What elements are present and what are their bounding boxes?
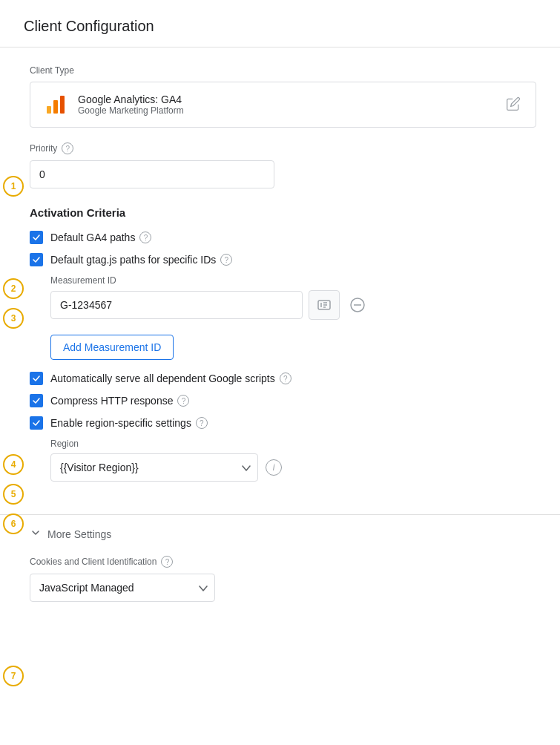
checkbox-auto-serve[interactable] xyxy=(30,372,43,385)
checkbox-gtag-paths[interactable] xyxy=(30,253,43,266)
page-container: 1 2 3 4 5 6 7 Client Configuration Clien… xyxy=(0,0,560,745)
checkbox-region-settings[interactable] xyxy=(30,416,43,430)
measurement-id-label: Measurement ID xyxy=(50,275,536,286)
checkbox-row-1: Default GA4 paths ? xyxy=(30,231,536,244)
auto-serve-help-icon[interactable]: ? xyxy=(280,372,291,384)
cookies-help-icon[interactable]: ? xyxy=(161,556,173,568)
checkbox-gtag-paths-label: Default gtag.js paths for specific IDs ? xyxy=(50,254,232,266)
priority-input[interactable] xyxy=(30,160,274,188)
checkbox-row-2: Default gtag.js paths for specific IDs ? xyxy=(30,253,536,266)
main-content: Client Type Google Analytics: GA4 Google… xyxy=(0,47,560,514)
cookies-dropdown[interactable]: JavaScript Managed xyxy=(30,574,215,602)
region-settings-help-icon[interactable]: ? xyxy=(196,417,208,429)
step-badge-3: 3 xyxy=(3,308,24,329)
priority-section: Priority ? xyxy=(30,142,536,188)
step-badge-2: 2 xyxy=(3,278,24,299)
more-settings-toggle[interactable]: More Settings xyxy=(30,527,536,541)
more-settings-chevron-icon xyxy=(30,527,42,541)
region-label: Region xyxy=(50,439,536,449)
step-badge-7: 7 xyxy=(3,666,24,686)
region-sub-section: Region {{Visitor Region}} i xyxy=(50,439,536,482)
cookies-dropdown-container: JavaScript Managed xyxy=(30,574,215,602)
step-badge-1: 1 xyxy=(3,176,24,197)
ga4-icon xyxy=(42,91,69,118)
region-info-icon[interactable]: i xyxy=(266,459,282,476)
region-dropdown[interactable]: {{Visitor Region}} xyxy=(50,453,258,482)
client-type-info: Google Analytics: GA4 Google Marketing P… xyxy=(78,93,184,116)
page-title: Client Configuration xyxy=(24,18,536,35)
measurement-input-row xyxy=(50,290,536,320)
checkbox-row-5: Enable region-specific settings ? xyxy=(30,416,536,430)
more-settings-title: More Settings xyxy=(47,528,111,540)
header: Client Configuration xyxy=(0,0,560,47)
remove-measurement-id-button[interactable] xyxy=(346,293,369,317)
step-badge-4: 4 xyxy=(3,454,24,475)
ga4-paths-help-icon[interactable]: ? xyxy=(139,232,151,243)
checkbox-row-4: Compress HTTP response ? xyxy=(30,394,536,407)
compress-help-icon[interactable]: ? xyxy=(177,395,189,407)
checkbox-row-3: Automatically serve all dependent Google… xyxy=(30,372,536,385)
region-dropdown-container: {{Visitor Region}} xyxy=(50,453,258,482)
client-type-left: Google Analytics: GA4 Google Marketing P… xyxy=(42,91,184,118)
checkbox-ga4-paths[interactable] xyxy=(30,231,43,244)
client-type-card: Google Analytics: GA4 Google Marketing P… xyxy=(30,82,536,128)
edit-client-type-button[interactable] xyxy=(503,93,524,116)
more-settings-section: More Settings Cookies and Client Identif… xyxy=(0,514,560,614)
variable-picker-button[interactable] xyxy=(309,290,340,320)
step-badge-5: 5 xyxy=(3,484,24,505)
checkbox-compress-label: Compress HTTP response ? xyxy=(50,395,189,407)
checkbox-region-label: Enable region-specific settings ? xyxy=(50,417,208,429)
priority-help-icon[interactable]: ? xyxy=(62,142,73,154)
activation-title: Activation Criteria xyxy=(30,206,536,219)
checkbox-compress-http[interactable] xyxy=(30,394,43,407)
activation-section: Activation Criteria Default GA4 paths ? xyxy=(30,206,536,482)
priority-label: Priority ? xyxy=(30,142,536,154)
measurement-id-section: Measurement ID xyxy=(50,275,536,320)
cookies-section: Cookies and Client Identification ? Java… xyxy=(30,556,536,602)
gtag-paths-help-icon[interactable]: ? xyxy=(220,254,232,266)
svg-rect-0 xyxy=(47,106,51,114)
client-type-section: Client Type Google Analytics: GA4 Google… xyxy=(30,65,536,128)
svg-rect-2 xyxy=(60,96,65,114)
measurement-id-input[interactable] xyxy=(50,291,303,319)
checkbox-auto-serve-label: Automatically serve all dependent Google… xyxy=(50,372,291,384)
svg-rect-1 xyxy=(53,100,58,114)
add-measurement-id-button[interactable]: Add Measurement ID xyxy=(50,335,174,360)
region-row: {{Visitor Region}} i xyxy=(50,453,536,482)
cookies-label: Cookies and Client Identification ? xyxy=(30,556,536,568)
client-type-label: Client Type xyxy=(30,65,536,76)
checkbox-ga4-paths-label: Default GA4 paths ? xyxy=(50,232,151,243)
client-type-sub: Google Marketing Platform xyxy=(78,105,184,116)
client-type-name: Google Analytics: GA4 xyxy=(78,93,184,105)
step-badge-6: 6 xyxy=(3,513,24,534)
